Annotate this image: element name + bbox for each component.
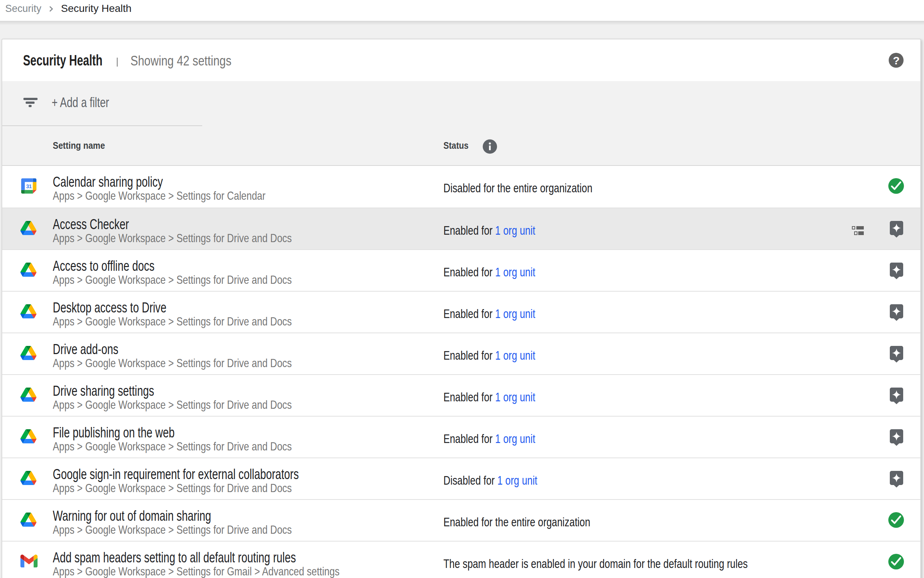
svg-text:31: 31 — [26, 183, 32, 189]
